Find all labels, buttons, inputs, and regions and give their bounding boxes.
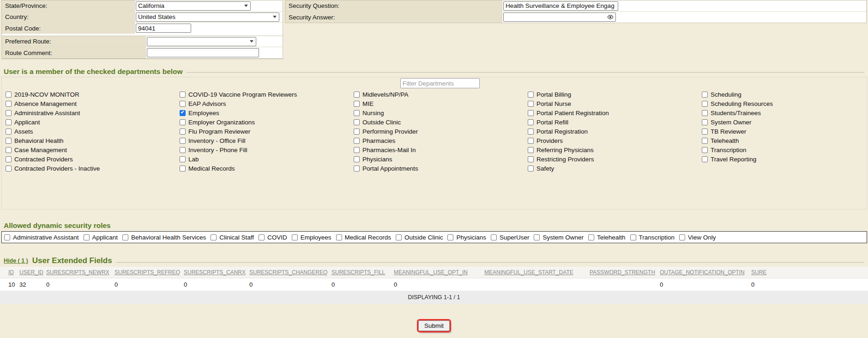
department-checkbox-item[interactable]: Lab (180, 154, 354, 164)
department-checkbox-item[interactable]: TB Reviewer (702, 127, 868, 136)
security-answer-input[interactable] (503, 12, 616, 22)
department-checkbox-item[interactable]: Portal Nurse (528, 99, 702, 108)
department-checkbox-item[interactable]: Employer Organizations (180, 117, 354, 127)
department-checkbox-item[interactable]: Assets (6, 127, 180, 136)
checkbox-icon[interactable] (6, 147, 12, 153)
department-checkbox-item[interactable]: System Owner (702, 117, 868, 127)
department-checkbox-item[interactable]: Behavioral Health (6, 136, 180, 145)
department-checkbox-item[interactable]: Portal Patient Registration (528, 108, 702, 117)
department-checkbox-item[interactable]: MIE (354, 99, 528, 108)
checkbox-icon[interactable] (528, 166, 534, 172)
column-header-user_id[interactable]: USER_ID (18, 267, 44, 278)
checkbox-icon[interactable] (6, 166, 12, 172)
checkbox-icon[interactable] (292, 234, 298, 240)
department-checkbox-item[interactable]: Contracted Providers - Inactive (6, 164, 180, 173)
department-checkbox-item[interactable]: Inventory - Office Fill (180, 136, 354, 145)
checkbox-icon[interactable] (354, 119, 360, 125)
submit-button[interactable]: Submit (418, 320, 450, 331)
checkbox-icon[interactable] (180, 166, 186, 172)
checkbox-icon[interactable] (528, 119, 534, 125)
checkbox-icon[interactable] (630, 234, 636, 240)
column-header-sure[interactable]: SURE (749, 267, 868, 278)
checkbox-icon[interactable] (679, 234, 685, 240)
department-checkbox-item[interactable]: Absence Management (6, 99, 180, 108)
department-checkbox-item[interactable]: Portal Registration (528, 127, 702, 136)
role-checkbox-item[interactable]: Medical Records (336, 234, 392, 241)
role-checkbox-item[interactable]: SuperUser (491, 234, 530, 241)
checkbox-icon[interactable] (122, 234, 128, 240)
checkbox-icon[interactable] (354, 166, 360, 172)
checkbox-icon[interactable] (702, 119, 708, 125)
checkbox-icon[interactable] (180, 138, 186, 144)
checkbox-icon[interactable] (702, 138, 708, 144)
checkbox-icon[interactable] (528, 110, 534, 116)
role-checkbox-item[interactable]: Employees (292, 234, 332, 241)
department-checkbox-item[interactable]: Portal Refill (528, 117, 702, 127)
role-checkbox-item[interactable]: View Only (679, 234, 716, 241)
column-header-meaningful_use_start_date[interactable]: MEANINGFUL_USE_START_DATE (482, 267, 588, 278)
checkbox-icon[interactable] (84, 234, 90, 240)
checkbox-icon[interactable] (702, 147, 708, 153)
checkbox-icon[interactable] (396, 234, 402, 240)
department-checkbox-item[interactable]: Contracted Providers (6, 154, 180, 164)
checkbox-icon[interactable] (702, 129, 708, 135)
department-checkbox-item[interactable]: Nursing (354, 108, 528, 117)
department-checkbox-item[interactable]: Referring Physicians (528, 145, 702, 154)
department-checkbox-item[interactable]: Students/Trainees (702, 108, 868, 117)
department-checkbox-item[interactable]: Transcription (702, 145, 868, 154)
route-comment-input[interactable] (147, 48, 259, 57)
checkbox-icon[interactable] (354, 156, 360, 162)
checkbox-icon[interactable] (528, 138, 534, 144)
checkbox-icon[interactable] (702, 92, 708, 98)
role-checkbox-item[interactable]: Applicant (84, 234, 118, 241)
filter-departments-input[interactable] (400, 78, 480, 88)
checkbox-icon[interactable] (528, 156, 534, 162)
department-checkbox-item[interactable]: Employees (180, 108, 354, 117)
security-question-input[interactable] (503, 1, 618, 11)
checkbox-icon[interactable] (180, 119, 186, 125)
department-checkbox-item[interactable]: Scheduling (702, 90, 868, 99)
checkbox-checked-icon[interactable] (180, 110, 186, 116)
role-checkbox-item[interactable]: System Owner (534, 234, 584, 241)
hide-link[interactable]: Hide ( 1 ) (4, 258, 28, 264)
role-checkbox-item[interactable]: Administrative Assistant (4, 234, 79, 241)
department-checkbox-item[interactable]: Performing Provider (354, 127, 528, 136)
checkbox-icon[interactable] (702, 101, 708, 107)
column-header-surescripts_refreq[interactable]: SURESCRIPTS_REFREQ (113, 267, 182, 278)
checkbox-icon[interactable] (702, 110, 708, 116)
department-checkbox-item[interactable]: Midlevels/NP/PA (354, 90, 528, 99)
column-header-surescripts_fill[interactable]: SURESCRIPTS_FILL (330, 267, 392, 278)
column-header-surescripts_newrx[interactable]: SURESCRIPTS_NEWRX (44, 267, 113, 278)
checkbox-icon[interactable] (180, 147, 186, 153)
preferred-route-select[interactable] (147, 37, 256, 46)
column-header-id[interactable]: ID (0, 267, 18, 278)
role-checkbox-item[interactable]: Telehealth (588, 234, 626, 241)
checkbox-icon[interactable] (354, 92, 360, 98)
country-select[interactable]: United States (136, 12, 279, 22)
department-checkbox-item[interactable]: Restricting Providers (528, 154, 702, 164)
department-checkbox-item[interactable]: Telehealth (702, 136, 868, 145)
department-checkbox-item[interactable]: EAP Advisors (180, 99, 354, 108)
checkbox-icon[interactable] (180, 92, 186, 98)
role-checkbox-item[interactable]: Physicians (447, 234, 486, 241)
checkbox-icon[interactable] (6, 156, 12, 162)
role-checkbox-item[interactable]: Outside Clinic (396, 234, 443, 241)
checkbox-icon[interactable] (180, 101, 186, 107)
checkbox-icon[interactable] (447, 234, 453, 240)
column-header-meaningful_use_opt_in[interactable]: MEANINGFUL_USE_OPT_IN (392, 267, 482, 278)
checkbox-icon[interactable] (6, 110, 12, 116)
checkbox-icon[interactable] (354, 129, 360, 135)
checkbox-icon[interactable] (588, 234, 594, 240)
checkbox-icon[interactable] (180, 129, 186, 135)
checkbox-icon[interactable] (336, 234, 342, 240)
department-checkbox-item[interactable]: Administrative Assistant (6, 108, 180, 117)
checkbox-icon[interactable] (354, 101, 360, 107)
department-checkbox-item[interactable]: Physicians (354, 154, 528, 164)
department-checkbox-item[interactable]: COVID-19 Vaccine Program Reviewers (180, 90, 354, 99)
column-header-outage_notification_optin[interactable]: OUTAGE_NOTIFICATION_OPTIN (658, 267, 749, 278)
checkbox-icon[interactable] (354, 110, 360, 116)
checkbox-icon[interactable] (180, 156, 186, 162)
checkbox-icon[interactable] (6, 119, 12, 125)
department-checkbox-item[interactable]: Inventory - Phone Fill (180, 145, 354, 154)
checkbox-icon[interactable] (6, 92, 12, 98)
